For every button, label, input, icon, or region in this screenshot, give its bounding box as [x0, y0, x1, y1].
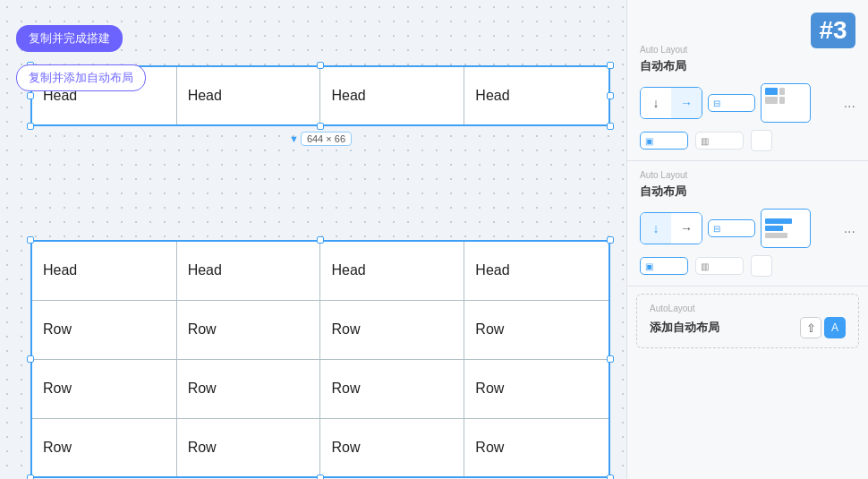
spacing-input-1[interactable]: 0: [711, 134, 738, 147]
table2-head-1: Head: [31, 241, 176, 300]
align-visual-2: [761, 209, 838, 248]
spacing-input-wrap-1: ▥ 0: [695, 132, 744, 150]
padding-input-2[interactable]: 0: [656, 260, 683, 272]
padding-input-wrap-1: ▣ 0: [640, 132, 688, 150]
autolayout-add-label: AutoLayout: [650, 304, 846, 313]
table1-size-badge: 644 × 66: [301, 132, 352, 146]
table2-wrapper: Head Head Head Head Row Row Row Row Row …: [30, 240, 610, 478]
table2-row1-col1: Row: [31, 300, 176, 359]
direction-right-btn[interactable]: →: [671, 88, 702, 118]
padding-input-1[interactable]: 0: [656, 134, 683, 147]
gap-input-wrap-1: ⊟ 0: [708, 94, 755, 112]
table2-row3-col1: Row: [31, 418, 176, 477]
clip-icon-2: [751, 255, 772, 277]
panel-section-1: Auto Layout 自动布局 ↓ → ⊟ 0: [627, 36, 868, 161]
table2-row2-col3: Row: [320, 359, 464, 418]
table2-row3-col2: Row: [176, 418, 320, 477]
padding-icon-2: ▣: [645, 261, 653, 271]
table1-size-indicator: ▼ 644 × 66: [289, 132, 352, 146]
table2-row3-col3: Row: [320, 418, 464, 477]
gap-input-1[interactable]: 0: [723, 97, 750, 109]
table2-row1-col2: Row: [176, 300, 320, 359]
table2-head-3: Head: [320, 241, 464, 300]
table1-head-3: Head: [320, 66, 464, 125]
layout-direction-group-1: ↓ →: [640, 87, 702, 119]
autolayout-add-title: 添加自动布局: [650, 320, 719, 336]
autolayout-add-row: 添加自动布局 ⇧ A: [650, 317, 846, 338]
section1-title: 自动布局: [640, 58, 855, 74]
right-panel: #3 Auto Layout 自动布局 ↓ → ⊟ 0: [626, 0, 868, 479]
gap-icon-2: ⊟: [713, 224, 720, 234]
table2-row1-col4: Row: [464, 300, 609, 359]
copy-build-button[interactable]: 复制并完成搭建: [16, 25, 123, 52]
layout-controls-2: ↓ → ⊟ 0 ...: [640, 209, 855, 248]
shortcut-group: ⇧ A: [800, 317, 846, 338]
align-visual-1: [761, 83, 838, 123]
clip-icon-1: [751, 130, 772, 151]
gap-input-2[interactable]: 0: [723, 222, 750, 235]
spacing-icon-2: ▥: [701, 261, 709, 271]
table2-row2-col2: Row: [176, 359, 320, 418]
more-btn-2[interactable]: ...: [844, 220, 855, 236]
spacing-icon-1: ▥: [701, 136, 709, 146]
layout-controls-1: ↓ → ⊟ 0: [640, 83, 855, 123]
layout-row2-2: ▣ 0 ▥ 0: [640, 255, 855, 277]
padding-input-wrap-2: ▣ 0: [640, 257, 688, 275]
section2-title: 自动布局: [640, 184, 855, 200]
table2-row2-col1: Row: [31, 359, 176, 418]
copy-auto-button[interactable]: 复制并添加自动布局: [16, 64, 146, 91]
direction-down-btn-2[interactable]: ↓: [641, 213, 671, 244]
direction-down-btn[interactable]: ↓: [641, 88, 671, 118]
table2: Head Head Head Head Row Row Row Row Row …: [30, 240, 610, 478]
table2-row1-col3: Row: [320, 300, 464, 359]
canvas-area: 复制并完成搭建 复制并添加自动布局 Head Head Head Head ▼ …: [0, 0, 626, 479]
panel-section-2: Auto Layout 自动布局 ↓ → ⊟ 0 ...: [627, 161, 868, 287]
spacing-input-2[interactable]: 0: [711, 260, 738, 272]
shift-key[interactable]: ⇧: [800, 317, 821, 338]
a-key[interactable]: A: [824, 317, 846, 338]
spacing-input-wrap-2: ▥ 0: [695, 257, 744, 275]
table2-head-2: Head: [176, 241, 320, 300]
gap-input-wrap-2: ⊟ 0: [708, 219, 755, 237]
section2-label: Auto Layout: [640, 170, 855, 180]
autolayout-add-section: AutoLayout 添加自动布局 ⇧ A: [636, 294, 859, 348]
table1-head-2: Head: [176, 66, 320, 125]
table2-row3-col4: Row: [464, 418, 609, 477]
padding-icon-1: ▣: [645, 136, 653, 146]
direction-right-btn-2[interactable]: →: [671, 213, 702, 244]
more-btn-1[interactable]: ...: [844, 95, 855, 111]
layout-direction-group-2: ↓ →: [640, 212, 702, 244]
badge-3: #3: [811, 13, 855, 48]
table2-row2-col4: Row: [464, 359, 609, 418]
table1-head-4: Head: [464, 66, 609, 125]
layout-row2-1: ▣ 0 ▥ 0: [640, 130, 855, 151]
gap-icon-1: ⊟: [713, 98, 720, 108]
table2-head-4: Head: [464, 241, 609, 300]
